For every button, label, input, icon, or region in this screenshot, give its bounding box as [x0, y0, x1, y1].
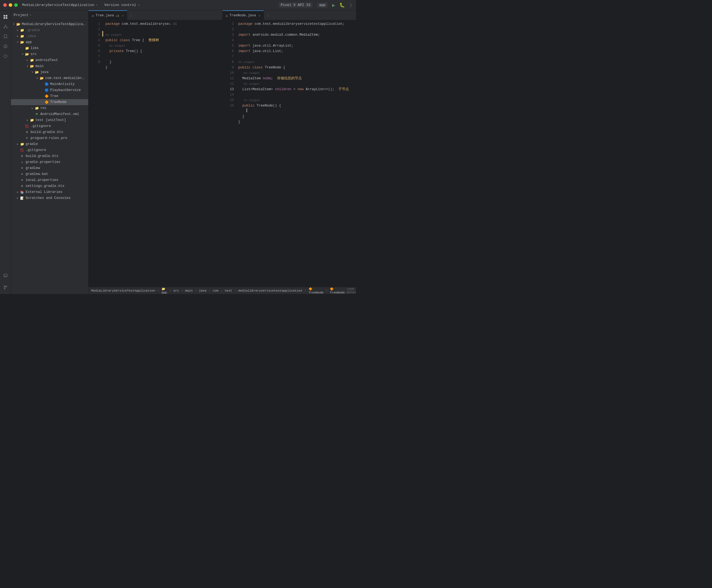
- gem-panel-button[interactable]: [1, 52, 10, 61]
- breadcrumb-java[interactable]: java: [199, 289, 207, 292]
- sidebar-item-src[interactable]: ▼ 📂 src: [11, 51, 88, 57]
- git-panel-button[interactable]: [1, 283, 10, 292]
- treenode-java-tab-label: TreeNode.java: [229, 14, 256, 17]
- left-code-area[interactable]: 1 2 3 4 5 6 7 8: [88, 20, 222, 287]
- ln-1: 1: [88, 21, 100, 27]
- todo-panel-button[interactable]: [1, 42, 10, 51]
- right-line-numbers: 1 2 3 4 5 6 7 8 9 10 11 12 13: [222, 20, 236, 287]
- tree-root[interactable]: ▼ 📂 MediaLibraryServiceTestApplication ~…: [11, 21, 88, 27]
- breadcrumb-method[interactable]: 🔶 TreeNode: [330, 287, 345, 294]
- app-run-selector[interactable]: app: [317, 2, 328, 8]
- sidebar-item-gitignore-app[interactable]: 🚫 .gitignore: [11, 123, 88, 129]
- rcode-line-1: package com.test.medialibraryservicetest…: [238, 21, 356, 27]
- watermark: CSDN @sheng_er_sheng: [347, 288, 356, 294]
- gradle-root-label: gradle: [26, 142, 86, 146]
- version-control-label: Version control: [104, 3, 136, 7]
- sidebar-item-settings-gradle[interactable]: G settings.gradle.kts: [11, 183, 88, 189]
- sidebar-header[interactable]: Project ▾: [11, 10, 88, 20]
- tab-tree-java[interactable]: ☕ Tree.java ⚠1 ✕: [88, 10, 127, 20]
- more-button[interactable]: ⋮: [349, 3, 353, 7]
- breadcrumb-class[interactable]: 🔶 TreeNode: [309, 287, 324, 294]
- sidebar-item-external-libs[interactable]: ▶ 📚 External Libraries: [11, 189, 88, 195]
- right-tab-more-button[interactable]: ⋮: [264, 10, 272, 20]
- sidebar-item-gradle[interactable]: ▶ 📁 .gradle: [11, 27, 88, 33]
- tree-java-close-icon[interactable]: ✕: [122, 14, 124, 17]
- sidebar-item-java[interactable]: ▼ 📂 java: [11, 69, 88, 75]
- rcode-line-2: [238, 27, 356, 32]
- package-arrow-icon: ▼: [36, 77, 39, 80]
- rcode-line-6: import java.util.List;: [238, 48, 356, 54]
- rln-5: 5: [222, 43, 234, 48]
- sidebar-item-gradle-props[interactable]: ⚙ gradle.properties: [11, 159, 88, 165]
- breadcrumb-test[interactable]: test: [224, 289, 232, 292]
- ln-2: 2: [88, 27, 100, 32]
- titlebar: MediaLibraryServiceTestApplication ▾ Ver…: [0, 0, 356, 10]
- sidebar-item-scratches[interactable]: ▶ 📝 Scratches and Consoles: [11, 195, 88, 201]
- sidebar-item-build-gradle-app[interactable]: G build.gradle.kts: [11, 129, 88, 135]
- project-tree[interactable]: ▼ 📂 MediaLibraryServiceTestApplication ~…: [11, 20, 88, 294]
- rcode-line-11: [238, 92, 356, 98]
- project-panel-button[interactable]: [1, 13, 10, 21]
- sidebar-item-main[interactable]: ▼ 📂 main: [11, 63, 88, 69]
- app-name-segment[interactable]: MediaLibraryServiceTestApplication ▾: [22, 3, 98, 7]
- breadcrumb-sep-4: ›: [195, 289, 197, 292]
- run-button[interactable]: ▶: [332, 2, 335, 8]
- breadcrumb-project[interactable]: MediaLibraryServiceTestApplication: [91, 289, 155, 292]
- sidebar-item-test[interactable]: ▶ 📁 test [unitTest]: [11, 117, 88, 123]
- tab-treenode-java[interactable]: ☕ TreeNode.java ✕: [222, 10, 264, 20]
- gradle-arrow-icon: ▶: [16, 28, 20, 32]
- breadcrumb-main[interactable]: main: [185, 289, 193, 292]
- sidebar-item-gradlew[interactable]: ≡ gradlew: [11, 165, 88, 171]
- right-code-content[interactable]: package com.test.medialibraryservicetest…: [236, 20, 356, 287]
- sidebar-item-build-gradle-root[interactable]: G build.gradle.kts: [11, 153, 88, 159]
- left-code-content[interactable]: package com.test.medialibraryse⚠ ∧1 no u…: [103, 20, 222, 287]
- sidebar-item-idea[interactable]: ▶ 📁 .idea: [11, 33, 88, 39]
- treenode-java-close-icon[interactable]: ✕: [259, 14, 261, 17]
- breadcrumb-sep-7: ›: [234, 289, 236, 292]
- svg-point-11: [5, 47, 6, 47]
- debug-button[interactable]: 🐛: [339, 2, 345, 8]
- breadcrumb-app[interactable]: 📁 app: [161, 287, 167, 294]
- right-code-area[interactable]: 1 2 3 4 5 6 7 8 9 10 11 12 13: [222, 20, 356, 287]
- traffic-lights[interactable]: [3, 3, 18, 7]
- sidebar-item-local-props[interactable]: ≡ local.properties: [11, 177, 88, 183]
- build-gradle-root-icon: G: [20, 154, 24, 159]
- version-control-segment[interactable]: Version control ▾: [104, 3, 140, 7]
- main-arrow-icon: ▼: [26, 65, 29, 68]
- structure-panel-button[interactable]: [1, 22, 10, 31]
- right-tab-bar: ☕ TreeNode.java ✕ ⋮: [222, 10, 356, 20]
- sidebar-item-gradle-root[interactable]: ▶ 📁 gradle: [11, 141, 88, 147]
- sidebar-item-app[interactable]: ▼ 📂 app: [11, 39, 88, 45]
- device-selector[interactable]: Pixel 5 API 33: [279, 2, 313, 8]
- maximize-button[interactable]: [14, 3, 18, 7]
- sidebar-item-res[interactable]: ▶ 📁 res: [11, 105, 88, 111]
- breadcrumb-sep-8: ›: [304, 289, 306, 292]
- breadcrumb-pkg[interactable]: medialibraryservicetestapplication: [238, 289, 302, 292]
- breadcrumb-src[interactable]: src: [173, 289, 179, 292]
- sidebar-item-androidmanifest[interactable]: M AndroidManifest.xml: [11, 111, 88, 117]
- sidebar-item-package[interactable]: ▼ 📂 com.test.medialibraryservic...: [11, 75, 88, 81]
- terminal-panel-button[interactable]: [1, 271, 10, 280]
- breadcrumb-com[interactable]: com: [213, 289, 218, 292]
- sidebar-item-tree[interactable]: 🔶 Tree: [11, 93, 88, 99]
- bookmarks-panel-button[interactable]: [1, 32, 10, 41]
- sidebar-item-mainactivity[interactable]: 🔵 MainActivity: [11, 81, 88, 87]
- close-button[interactable]: [3, 3, 7, 7]
- sidebar-item-androidtest[interactable]: ▶ 📁 androidTest: [11, 57, 88, 63]
- code-line-7: }: [105, 65, 222, 70]
- sidebar-item-gitignore-root[interactable]: 🚫 .gitignore: [11, 147, 88, 153]
- playbackservice-label: PlaybackService: [50, 88, 86, 92]
- sidebar-item-proguard[interactable]: ≡ proguard-rules.pro: [11, 135, 88, 141]
- sidebar-item-treenode[interactable]: 🔶 TreeNode: [11, 99, 88, 105]
- tree-class-icon: 🔶: [44, 94, 49, 99]
- gitignore-root-label: .gitignore: [26, 148, 86, 152]
- left-tab-more-button[interactable]: ⋮: [127, 10, 135, 20]
- sidebar-item-gradlew-bat[interactable]: ≡ gradlew.bat: [11, 171, 88, 177]
- gradle-props-label: gradle.properties: [26, 160, 86, 164]
- rcode-line-14: }: [238, 114, 356, 119]
- tree-label: Tree: [50, 94, 86, 98]
- sidebar-item-libs[interactable]: 📁 libs: [11, 45, 88, 51]
- sidebar-item-playbackservice[interactable]: 🔵 PlaybackService: [11, 87, 88, 93]
- java-folder-icon: 📂: [34, 70, 39, 75]
- minimize-button[interactable]: [9, 3, 12, 7]
